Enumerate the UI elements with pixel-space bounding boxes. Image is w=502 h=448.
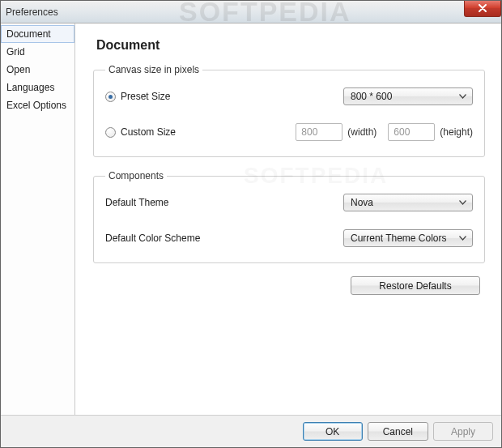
components-legend: Components [105,170,167,181]
cancel-label: Cancel [383,426,413,437]
default-theme-label: Default Theme [105,197,169,208]
category-sidebar: Document Grid Open Languages Excel Optio… [1,23,75,415]
chevron-down-icon [456,94,469,99]
custom-height-input[interactable] [388,123,435,141]
sidebar-item-label: Languages [6,82,54,93]
dialog-body: Document Grid Open Languages Excel Optio… [1,23,501,415]
components-group: Components Default Theme Nova [93,170,485,263]
default-theme-dropdown[interactable]: Nova [343,194,473,211]
window-title: Preferences [6,6,58,18]
default-color-scheme-value: Current Theme Colors [351,233,456,244]
custom-size-label: Custom Size [121,126,176,138]
default-theme-value: Nova [351,197,456,208]
preset-size-label: Preset Size [121,91,170,102]
ok-label: OK [325,426,339,437]
sidebar-item-label: Open [6,64,30,75]
sidebar-item-document[interactable]: Document [1,25,74,43]
default-color-scheme-dropdown[interactable]: Current Theme Colors [343,229,473,247]
apply-button[interactable]: Apply [433,422,493,441]
sidebar-item-excel-options[interactable]: Excel Options [1,96,74,114]
preset-size-dropdown[interactable]: 800 * 600 [343,87,473,105]
main-panel: SOFTPEDIA Document Canvas size in pixels… [75,23,501,415]
default-color-scheme-label: Default Color Scheme [105,233,200,244]
close-icon [479,3,487,15]
canvas-size-legend: Canvas size in pixels [105,64,202,75]
cancel-button[interactable]: Cancel [368,422,428,441]
page-title: Document [96,38,485,53]
custom-size-row: Custom Size (width) (height) [105,122,473,142]
preferences-dialog: Preferences SOFTPEDIA Document Grid Open… [0,0,502,448]
chevron-down-icon [456,236,469,241]
custom-width-input[interactable] [296,123,342,141]
title-bar: Preferences SOFTPEDIA [1,1,501,23]
sidebar-item-open[interactable]: Open [1,61,74,79]
restore-defaults-label: Restore Defaults [379,280,451,292]
watermark: SOFTPEDIA [179,0,351,28]
sidebar-item-languages[interactable]: Languages [1,79,74,96]
apply-label: Apply [451,426,475,437]
preset-size-radio[interactable] [105,92,116,102]
sidebar-item-label: Grid [6,46,25,58]
preset-size-value: 800 * 600 [351,91,456,102]
default-color-scheme-row: Default Color Scheme Current Theme Color… [105,228,473,248]
restore-defaults-button[interactable]: Restore Defaults [351,276,480,295]
ok-button[interactable]: OK [303,422,363,441]
dialog-footer: OK Cancel Apply [1,415,501,447]
custom-size-radio[interactable] [105,127,116,138]
custom-width-hint: (width) [347,126,376,138]
custom-height-hint: (height) [440,126,473,138]
chevron-down-icon [456,200,469,205]
sidebar-item-grid[interactable]: Grid [1,43,74,61]
preset-size-row: Preset Size 800 * 600 [105,87,473,106]
sidebar-item-label: Document [6,28,51,40]
canvas-size-group: Canvas size in pixels Preset Size 800 * … [93,64,485,157]
close-button[interactable] [464,1,501,17]
sidebar-item-label: Excel Options [6,100,66,111]
default-theme-row: Default Theme Nova [105,193,473,212]
